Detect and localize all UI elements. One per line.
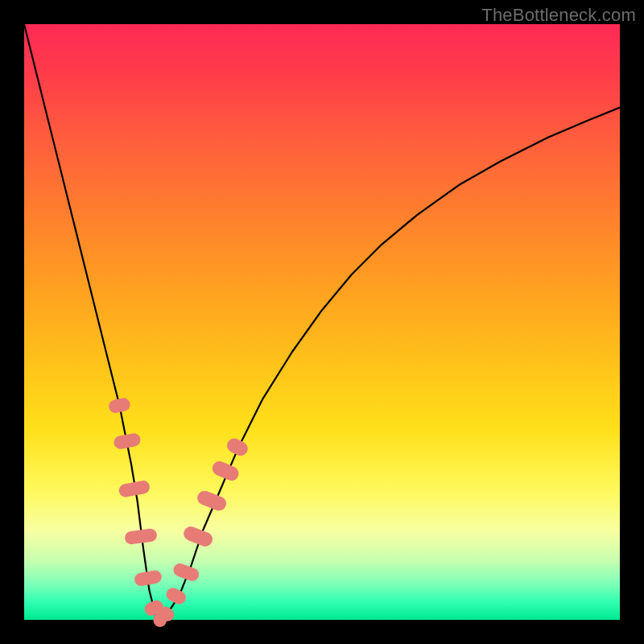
plot-area [24, 24, 620, 620]
highlight-dot [113, 432, 142, 450]
bottleneck-curve [24, 24, 620, 620]
watermark-text: TheBottleneck.com [481, 5, 636, 26]
highlight-dot [164, 585, 188, 606]
highlight-dot [118, 480, 151, 498]
highlight-markers [108, 397, 250, 627]
chart-frame: TheBottleneck.com [0, 0, 644, 644]
highlight-dot [124, 528, 158, 545]
curve-svg [24, 24, 620, 620]
highlight-dot [134, 569, 163, 587]
highlight-dot [108, 397, 131, 415]
highlight-dot [225, 436, 250, 458]
